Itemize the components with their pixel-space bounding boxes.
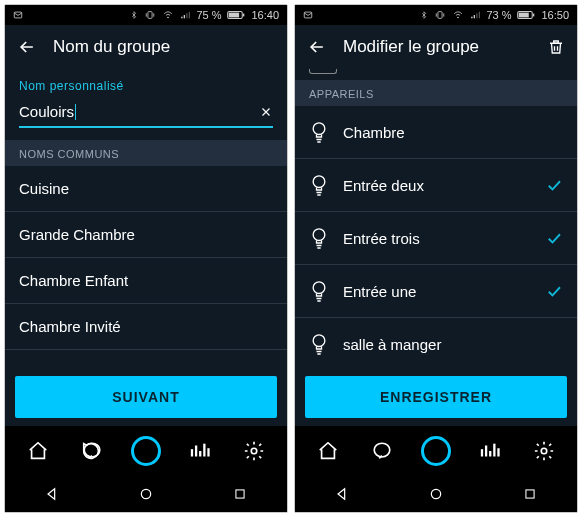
group-name-input[interactable]: Couloirs (19, 103, 74, 120)
battery-text: 75 % (196, 9, 221, 21)
svg-rect-19 (533, 14, 534, 17)
page-title: Modifier le groupe (343, 37, 531, 57)
svg-rect-28 (485, 446, 487, 457)
svg-point-21 (313, 123, 325, 135)
device-row[interactable]: Entrée une (295, 265, 577, 318)
bulb-icon (309, 173, 329, 197)
svg-point-24 (313, 282, 325, 294)
battery-text: 73 % (486, 9, 511, 21)
svg-rect-31 (497, 448, 499, 456)
text-cursor (75, 104, 76, 120)
app-header: Nom du groupe (5, 25, 287, 69)
bluetooth-icon (420, 9, 428, 21)
tab-music[interactable] (470, 431, 510, 471)
android-nav-bar (5, 476, 287, 512)
delete-icon[interactable] (547, 37, 565, 57)
svg-point-6 (84, 443, 100, 457)
tab-settings[interactable] (524, 431, 564, 471)
tab-alexa[interactable] (126, 431, 166, 471)
bottom-tab-bar (295, 426, 577, 476)
android-nav-bar (295, 476, 577, 512)
device-row[interactable]: Entrée deux (295, 159, 577, 212)
svg-rect-34 (526, 490, 534, 498)
svg-point-25 (313, 335, 325, 347)
wifi-icon (162, 10, 174, 20)
message-icon (13, 10, 23, 20)
svg-rect-16 (438, 12, 442, 19)
nav-home[interactable] (135, 483, 157, 505)
nav-home[interactable] (425, 483, 447, 505)
battery-icon (517, 10, 535, 20)
svg-rect-20 (519, 13, 529, 18)
signal-icon (470, 10, 480, 20)
common-names-header: NOMS COMMUNS (5, 140, 287, 166)
status-bar: 75 % 16:40 (5, 5, 287, 25)
back-icon[interactable] (307, 37, 327, 57)
svg-rect-1 (148, 12, 152, 19)
page-title: Nom du groupe (53, 37, 275, 57)
clear-icon[interactable] (259, 105, 273, 119)
svg-rect-8 (195, 446, 197, 457)
svg-rect-30 (493, 444, 495, 457)
svg-point-23 (313, 229, 325, 241)
tab-chat[interactable] (72, 431, 112, 471)
svg-point-12 (251, 448, 257, 454)
wifi-icon (452, 10, 464, 20)
svg-point-22 (313, 176, 325, 188)
back-icon[interactable] (17, 37, 37, 57)
phone-right: 73 % 16:50 Modifier le groupe APPAREILS (294, 4, 578, 513)
tab-home[interactable] (18, 431, 58, 471)
common-names-list: Cuisine Grande Chambre Chambre Enfant Ch… (5, 166, 287, 368)
nav-recent[interactable] (519, 483, 541, 505)
clock-text: 16:40 (251, 9, 279, 21)
list-item[interactable]: Grande Chambre (5, 212, 287, 258)
message-icon (303, 10, 313, 20)
devices-list: Chambre Entrée deux Entrée trois (295, 106, 577, 368)
check-icon (545, 229, 563, 247)
svg-rect-9 (199, 451, 201, 457)
nav-back[interactable] (331, 483, 353, 505)
svg-point-17 (458, 17, 459, 18)
tab-home[interactable] (308, 431, 348, 471)
tab-chat[interactable] (362, 431, 402, 471)
svg-rect-4 (243, 14, 244, 17)
device-row[interactable]: Entrée trois (295, 212, 577, 265)
svg-rect-10 (203, 444, 205, 457)
svg-rect-5 (229, 13, 239, 18)
svg-point-32 (541, 448, 547, 454)
tab-alexa[interactable] (416, 431, 456, 471)
svg-point-26 (374, 443, 390, 457)
signal-icon (180, 10, 190, 20)
partial-row-icon (309, 69, 337, 74)
list-item[interactable]: Chambre Enfant (5, 258, 287, 304)
svg-point-13 (141, 489, 150, 498)
bulb-icon (309, 279, 329, 303)
save-button[interactable]: ENREGISTRER (305, 376, 567, 418)
custom-name-label: Nom personnalisé (5, 69, 287, 97)
tab-music[interactable] (180, 431, 220, 471)
svg-point-33 (431, 489, 440, 498)
nav-recent[interactable] (229, 483, 251, 505)
bulb-icon (309, 226, 329, 250)
svg-rect-29 (489, 451, 491, 457)
svg-rect-14 (236, 490, 244, 498)
check-icon (545, 282, 563, 300)
status-bar: 73 % 16:50 (295, 5, 577, 25)
list-item[interactable]: Chambre Invité (5, 304, 287, 350)
bottom-tab-bar (5, 426, 287, 476)
device-row[interactable]: Chambre (295, 106, 577, 159)
device-row[interactable]: salle à manger (295, 318, 577, 368)
list-item[interactable]: Cuisine (5, 166, 287, 212)
check-icon (545, 176, 563, 194)
phone-left: 75 % 16:40 Nom du groupe Nom personnalis… (4, 4, 288, 513)
svg-point-2 (168, 17, 169, 18)
vibrate-icon (434, 10, 446, 20)
tab-settings[interactable] (234, 431, 274, 471)
svg-rect-7 (191, 449, 193, 456)
svg-rect-11 (207, 448, 209, 456)
svg-rect-27 (481, 449, 483, 456)
bluetooth-icon (130, 9, 138, 21)
battery-icon (227, 10, 245, 20)
next-button[interactable]: SUIVANT (15, 376, 277, 418)
nav-back[interactable] (41, 483, 63, 505)
